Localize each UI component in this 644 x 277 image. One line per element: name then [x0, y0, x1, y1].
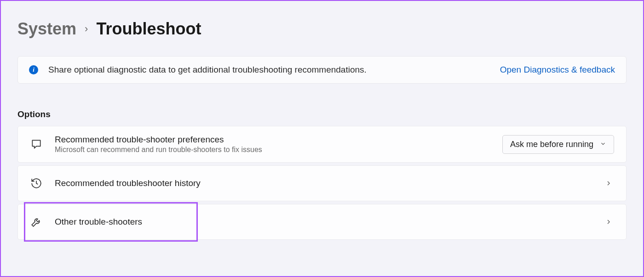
banner-text: Share optional diagnostic data to get ad…	[48, 65, 367, 75]
chat-bubble-icon	[30, 138, 43, 151]
option-row-other-troubleshooters[interactable]: Other trouble-shooters	[17, 204, 627, 240]
options-heading: Options	[17, 109, 627, 119]
open-diagnostics-link[interactable]: Open Diagnostics & feedback	[500, 65, 615, 75]
rec-prefs-subtitle: Microsoft can recommend and run trouble-…	[55, 146, 490, 154]
rec-prefs-dropdown[interactable]: Ask me before running	[502, 135, 614, 154]
option-row-history[interactable]: Recommended troubleshooter history	[17, 165, 627, 201]
history-icon	[30, 177, 43, 190]
breadcrumb-parent-system[interactable]: System	[17, 19, 76, 39]
chevron-right-icon	[605, 180, 614, 187]
dropdown-value: Ask me before running	[510, 140, 593, 149]
option-row-rec-prefs[interactable]: Recommended trouble-shooter preferences …	[17, 126, 627, 163]
other-title: Other trouble-shooters	[55, 217, 593, 227]
chevron-down-icon	[600, 140, 606, 149]
wrench-icon	[30, 215, 43, 228]
breadcrumb-current: Troubleshoot	[96, 19, 201, 39]
diagnostic-banner: i Share optional diagnostic data to get …	[17, 56, 627, 84]
history-title: Recommended troubleshooter history	[55, 178, 593, 188]
info-icon: i	[29, 65, 38, 74]
chevron-right-icon: ›	[85, 23, 88, 35]
rec-prefs-title: Recommended trouble-shooter preferences	[55, 135, 490, 145]
chevron-right-icon	[605, 218, 614, 226]
breadcrumb: System › Troubleshoot	[17, 19, 627, 39]
